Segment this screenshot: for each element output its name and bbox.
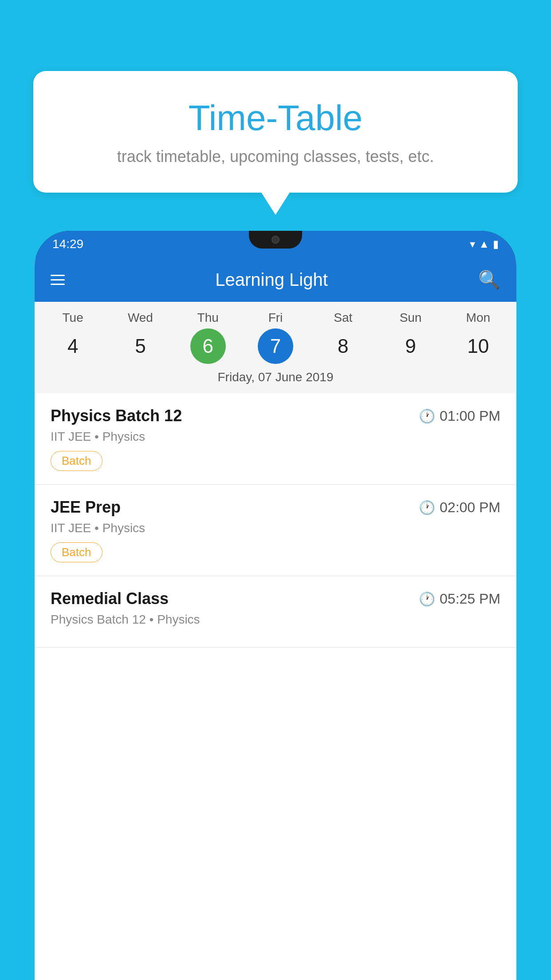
hamburger-line-1 [51, 275, 65, 276]
class-time: 🕐05:25 PM [419, 591, 500, 607]
hamburger-line-3 [51, 284, 65, 285]
class-title: Remedial Class [51, 589, 169, 608]
day-col-mon[interactable]: Mon10 [449, 311, 507, 364]
wifi-icon: ▾ [470, 238, 475, 250]
schedule-list: Physics Batch 12🕐01:00 PMIIT JEE • Physi… [35, 393, 516, 648]
time-text: 02:00 PM [440, 499, 500, 516]
day-number-thu: 6 [190, 328, 226, 364]
class-meta: IIT JEE • Physics [51, 430, 500, 444]
class-meta: IIT JEE • Physics [51, 521, 500, 535]
status-bar: 14:29 ▾ ▲ ▮ [35, 231, 516, 257]
class-time: 🕐01:00 PM [419, 408, 500, 424]
day-col-thu[interactable]: Thu6 [179, 311, 237, 364]
bubble-subtitle: track timetable, upcoming classes, tests… [64, 147, 487, 166]
notch-camera [272, 236, 279, 244]
batch-badge: Batch [51, 542, 102, 562]
day-name-sun: Sun [400, 311, 422, 325]
schedule-item-header: Remedial Class🕐05:25 PM [51, 589, 500, 608]
schedule-item-header: Physics Batch 12🕐01:00 PM [51, 407, 500, 425]
phone-screen: Learning Light 🔍 Tue4Wed5Thu6Fri7Sat8Sun… [35, 257, 516, 980]
day-col-sat[interactable]: Sat8 [314, 311, 372, 364]
status-icons: ▾ ▲ ▮ [470, 238, 499, 250]
schedule-item[interactable]: Remedial Class🕐05:25 PMPhysics Batch 12 … [35, 576, 516, 648]
status-time: 14:29 [52, 237, 83, 251]
day-number-tue: 4 [55, 328, 91, 364]
speech-bubble-section: Time-Table track timetable, upcoming cla… [33, 71, 518, 193]
schedule-item[interactable]: JEE Prep🕐02:00 PMIIT JEE • PhysicsBatch [35, 485, 516, 576]
day-number-sun: 9 [393, 328, 429, 364]
search-button[interactable]: 🔍 [478, 269, 500, 290]
days-header: Tue4Wed5Thu6Fri7Sat8Sun9Mon10 [35, 311, 516, 364]
day-name-sat: Sat [334, 311, 352, 325]
hamburger-line-2 [51, 279, 65, 281]
schedule-item[interactable]: Physics Batch 12🕐01:00 PMIIT JEE • Physi… [35, 393, 516, 485]
clock-icon: 🕐 [419, 408, 435, 424]
clock-icon: 🕐 [419, 591, 435, 607]
class-meta: Physics Batch 12 • Physics [51, 612, 500, 627]
day-number-sat: 8 [325, 328, 361, 364]
day-name-wed: Wed [128, 311, 153, 325]
phone-notch [249, 231, 302, 249]
clock-icon: 🕐 [419, 500, 435, 515]
class-title: Physics Batch 12 [51, 407, 182, 425]
day-col-sun[interactable]: Sun9 [382, 311, 440, 364]
calendar-section: Tue4Wed5Thu6Fri7Sat8Sun9Mon10 Friday, 07… [35, 302, 516, 393]
day-col-wed[interactable]: Wed5 [111, 311, 169, 364]
battery-icon: ▮ [493, 238, 499, 250]
app-title: Learning Light [215, 270, 328, 290]
day-name-fri: Fri [268, 311, 283, 325]
signal-icon: ▲ [479, 238, 489, 250]
phone-frame: 14:29 ▾ ▲ ▮ Learning Light 🔍 Tue4Wed5Thu… [35, 231, 516, 980]
batch-badge: Batch [51, 451, 102, 471]
schedule-item-header: JEE Prep🕐02:00 PM [51, 498, 500, 517]
time-text: 05:25 PM [440, 591, 500, 607]
app-header: Learning Light 🔍 [35, 257, 516, 302]
bubble-title: Time-Table [64, 98, 487, 138]
hamburger-menu-button[interactable] [51, 275, 65, 285]
day-number-wed: 5 [122, 328, 158, 364]
day-name-thu: Thu [197, 311, 219, 325]
class-time: 🕐02:00 PM [419, 499, 500, 516]
day-col-tue[interactable]: Tue4 [44, 311, 102, 364]
day-name-mon: Mon [466, 311, 490, 325]
speech-bubble: Time-Table track timetable, upcoming cla… [33, 71, 518, 193]
class-title: JEE Prep [51, 498, 121, 517]
day-col-fri[interactable]: Fri7 [247, 311, 304, 364]
day-name-tue: Tue [63, 311, 83, 325]
day-number-fri: 7 [258, 328, 293, 364]
time-text: 01:00 PM [440, 408, 500, 424]
day-number-mon: 10 [460, 328, 496, 364]
selected-date-label: Friday, 07 June 2019 [35, 364, 516, 389]
